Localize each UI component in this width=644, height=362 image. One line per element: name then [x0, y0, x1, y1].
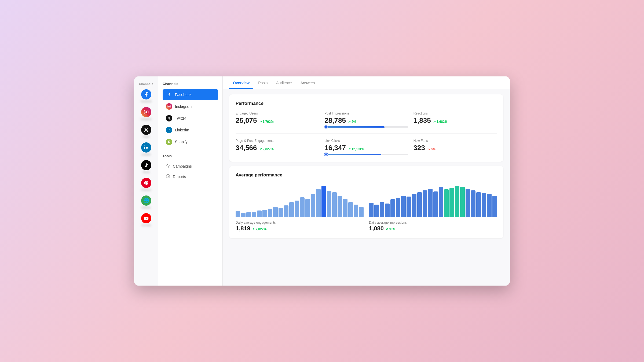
bar-item: [295, 201, 299, 217]
tool-campaigns[interactable]: Campaigns: [163, 161, 218, 171]
charts-grid: Daily average engagements 1,819 ↗ 2,827%…: [236, 183, 497, 232]
channels-list: Facebook Instagram Twitter LinkedIn: [163, 89, 218, 147]
impressions-chart-value: 1,080: [369, 225, 384, 232]
sidebar-icon-tiktok[interactable]: TikTok: [136, 158, 157, 175]
bar-item: [407, 197, 411, 217]
channel-item-linkedin[interactable]: LinkedIn: [163, 124, 218, 136]
metrics-divider: [236, 133, 497, 134]
bar-item: [487, 194, 492, 217]
content-area: Performance Engaged Users 25,075 ↗ 1,792…: [223, 89, 510, 248]
average-performance-card: Average performance Daily average engage…: [229, 166, 503, 238]
channel-item-instagram[interactable]: Instagram: [163, 101, 218, 112]
sidebar-icon-twitter[interactable]: Twitter: [136, 123, 157, 140]
tab-posts[interactable]: Posts: [254, 76, 271, 89]
post-impressions-dot: [324, 125, 328, 129]
link-clicks-fill: [324, 154, 381, 155]
linkedin-sidebar-name: LinkedIn: [141, 153, 151, 156]
sidebar-icon-pinterest[interactable]: Pinterest: [136, 176, 157, 193]
channels-panel-title: Channels: [163, 82, 218, 86]
tiktok-sidebar-name: TikTok: [143, 171, 150, 173]
bar-item: [327, 191, 331, 217]
channels-section-label: Channels: [139, 81, 153, 87]
metrics-row-2: Page & Post Engagements 34,566 ↗ 2,827% …: [236, 139, 497, 155]
twitter-list-icon: [166, 115, 172, 121]
bar-item: [401, 196, 406, 217]
impressions-chart-label: Daily average impressions: [369, 221, 497, 224]
new-fans-label: New Fans: [414, 139, 497, 143]
sidebar-icon-facebook[interactable]: Facebook: [136, 88, 157, 104]
linkedin-list-icon: [166, 127, 172, 133]
metric-reactions: Reactions 1,835 ↗ 1,682%: [414, 112, 497, 128]
youtube-sidebar-name: YouTube: [141, 224, 151, 227]
bar-item: [444, 189, 449, 217]
linkedin-channel-label: LinkedIn: [175, 128, 189, 132]
bar-item: [300, 197, 305, 217]
metric-post-impressions: Post Impressions 28,785 ↗ 2%: [324, 112, 408, 128]
channel-item-twitter[interactable]: Twitter: [163, 113, 218, 124]
engagements-chart-label: Daily average engagements: [236, 221, 364, 224]
channel-item-facebook[interactable]: Facebook: [163, 89, 218, 100]
bar-item: [385, 204, 390, 217]
bar-item: [348, 202, 353, 217]
bar-item: [354, 205, 358, 217]
pinterest-sidebar-name: Pinterest: [141, 189, 151, 191]
performance-card: Performance Engaged Users 25,075 ↗ 1,792…: [229, 94, 503, 162]
bar-item: [273, 207, 278, 217]
facebook-sidebar-name: Facebook: [141, 100, 152, 103]
metric-link-clicks: Link Clicks 16,347 ↗ 12,191%: [324, 139, 408, 155]
bar-item: [236, 211, 240, 217]
engaged-users-change: ↗ 1,792%: [259, 120, 274, 124]
bar-item: [268, 209, 272, 217]
bar-item: [279, 208, 283, 217]
link-clicks-bar: [324, 154, 408, 155]
reactions-label: Reactions: [414, 112, 497, 115]
instagram-list-icon: [166, 103, 172, 110]
channels-panel: Channels Facebook Instagram Twitter: [158, 76, 223, 286]
tool-reports[interactable]: Reports: [163, 172, 218, 182]
bar-item: [449, 188, 454, 217]
bar-item: [257, 210, 262, 217]
sidebar-icon-linkedin[interactable]: LinkedIn: [136, 141, 157, 157]
sidebar-icon-instagram[interactable]: Instagram: [136, 105, 157, 122]
post-impressions-label: Post Impressions: [324, 112, 408, 115]
engagements-chart-change: ↗ 2,827%: [252, 227, 266, 231]
sidebar-icon-youtube[interactable]: YouTube: [136, 212, 157, 228]
instagram-channel-label: Instagram: [175, 104, 192, 109]
bar-item: [338, 196, 342, 217]
post-impressions-change: ↗ 2%: [348, 120, 356, 124]
sidebar-icon-web[interactable]: 🌐 Website: [136, 194, 157, 210]
svg-point-5: [169, 106, 170, 107]
youtube-icon: [141, 213, 151, 223]
bar-item: [343, 199, 347, 217]
icon-sidebar: Channels Facebook Instagram Twitter Link…: [134, 76, 158, 286]
bar-item: [492, 196, 497, 217]
bar-item: [482, 193, 486, 217]
tab-audience[interactable]: Audience: [272, 76, 295, 89]
reports-icon: [166, 174, 170, 179]
bar-item: [380, 202, 384, 217]
metrics-row-1: Engaged Users 25,075 ↗ 1,792% Post Impre…: [236, 112, 497, 128]
metric-engaged-users: Engaged Users 25,075 ↗ 1,792%: [236, 112, 319, 128]
bar-item: [359, 207, 364, 217]
bar-item: [476, 192, 481, 217]
impressions-chart-change: ↗ 33%: [385, 227, 395, 231]
page-post-engagements-change: ↗ 2,827%: [259, 147, 274, 151]
tab-overview[interactable]: Overview: [229, 76, 253, 89]
channel-item-shopify[interactable]: S Shopify: [163, 136, 218, 147]
impressions-chart: Daily average impressions 1,080 ↗ 33%: [369, 183, 497, 232]
web-sidebar-name: Website: [142, 206, 150, 209]
instagram-icon: [141, 107, 151, 117]
svg-point-2: [144, 146, 145, 146]
pinterest-icon: [141, 178, 151, 188]
bar-item: [423, 190, 427, 217]
engagements-chart-value: 1,819: [236, 225, 250, 232]
shopify-channel-label: Shopify: [175, 140, 188, 144]
bar-item: [455, 186, 459, 217]
twitter-sidebar-name: Twitter: [142, 135, 150, 138]
tab-answers[interactable]: Answers: [297, 76, 319, 89]
bar-item: [305, 199, 310, 217]
svg-point-7: [168, 129, 168, 129]
bar-item: [252, 212, 256, 217]
bar-item: [417, 192, 422, 217]
link-clicks-label: Link Clicks: [324, 139, 408, 143]
